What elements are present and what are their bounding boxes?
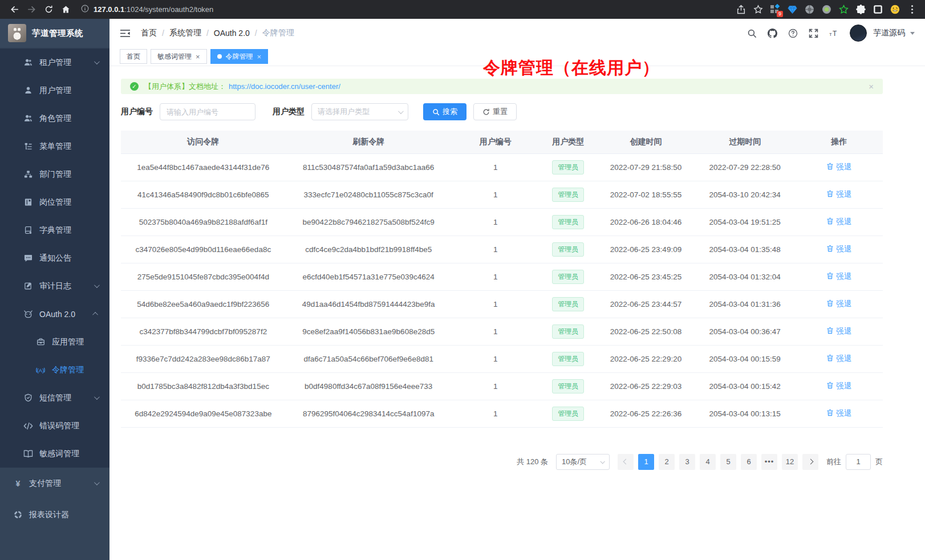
browser-menu-dots-icon[interactable] [907, 5, 917, 14]
sidebar-item-oauth2-app[interactable]: 应用管理 [0, 328, 109, 356]
sidebar-item-sms[interactable]: 短信管理 [0, 384, 109, 412]
user-name[interactable]: 芋道源码 [873, 28, 905, 38]
chevron-down-icon[interactable] [910, 32, 915, 37]
sidebar-item-menu[interactable]: 菜单管理 [0, 132, 109, 160]
force-logout-button[interactable]: 强退 [826, 326, 851, 336]
github-icon[interactable] [768, 29, 777, 38]
svg-text:T: T [829, 32, 832, 37]
user-type-cell: 管理员 [539, 208, 597, 236]
browser-forward-icon[interactable] [24, 2, 39, 17]
user-type-tag: 管理员 [552, 160, 584, 175]
extensions-icon[interactable]: 9 [770, 5, 780, 14]
tab-1[interactable]: 敏感词管理× [151, 49, 207, 64]
search-icon [432, 108, 440, 116]
page-button-6[interactable]: 6 [741, 454, 757, 470]
puzzle-extension-icon[interactable] [856, 5, 866, 14]
user-id-cell: 1 [452, 372, 539, 400]
force-logout-button[interactable]: 强退 [826, 354, 851, 364]
force-logout-button[interactable]: 强退 [826, 189, 851, 200]
page-button-4[interactable]: 4 [700, 454, 716, 470]
share-icon[interactable] [736, 5, 746, 14]
url-text: 127.0.0.1:1024/system/oauth2/token [94, 5, 213, 14]
total-count: 共 120 条 [517, 457, 548, 467]
sidebar-item-pay[interactable]: ¥支付管理 [0, 468, 109, 499]
fullscreen-icon[interactable] [809, 29, 818, 38]
app-logo[interactable]: 芋道管理系统 [0, 19, 109, 47]
sidebar-item-role[interactable]: 角色管理 [0, 104, 109, 132]
sidebar-item-tenant[interactable]: 租户管理 [0, 48, 109, 76]
gem-extension-icon[interactable] [788, 5, 797, 14]
expire-time-cell: 2054-03-10 20:42:34 [695, 181, 795, 208]
sidebar-item-oauth2-token[interactable]: (A)令牌管理 [0, 356, 109, 384]
record-extension-icon[interactable] [822, 5, 831, 14]
wheel-extension-icon[interactable] [805, 5, 814, 14]
site-info-icon[interactable] [81, 5, 89, 14]
reset-button[interactable]: 重置 [473, 103, 517, 120]
browser-reload-icon[interactable] [41, 2, 56, 17]
page-button-1[interactable]: 1 [638, 454, 654, 470]
page-size-select[interactable]: 10条/页 [556, 454, 610, 470]
bookmark-star-icon[interactable] [753, 5, 763, 14]
force-logout-button[interactable]: 强退 [826, 244, 851, 254]
next-page-button[interactable] [802, 454, 818, 470]
sidebar-item-dict[interactable]: 字典管理 [0, 216, 109, 244]
browser-back-icon[interactable] [7, 2, 22, 17]
tab-0[interactable]: 首页 [120, 49, 147, 64]
top-navbar: 首页/系统管理/OAuth 2.0/令牌管理 TT 芋道源码 [109, 19, 925, 47]
font-size-icon[interactable]: TT [829, 29, 839, 38]
access-token-cell: 1ea5e44f8bc1467aaede43144f31de76 [121, 153, 286, 181]
search-icon[interactable] [747, 29, 757, 38]
emoji-profile-icon[interactable] [890, 5, 900, 14]
page-button-3[interactable]: 3 [679, 454, 695, 470]
breadcrumb-item[interactable]: 系统管理 [169, 28, 201, 38]
green-star-extension-icon[interactable] [839, 5, 849, 14]
collapse-sidebar-icon[interactable] [120, 29, 131, 38]
page-button-12[interactable]: 12 [782, 454, 798, 470]
page-button-5[interactable]: 5 [720, 454, 736, 470]
access-token-cell: 54d6be82ee5a460a9aedc1f9bf223656 [121, 290, 286, 318]
refresh-token-cell: 333ecfc71e02480cb11055c875c3ca0f [286, 181, 452, 208]
user-avatar[interactable] [850, 25, 867, 42]
tab-close-icon[interactable]: × [257, 53, 262, 60]
sidebar-item-label: 岗位管理 [39, 197, 71, 208]
browser-home-icon[interactable] [58, 2, 73, 17]
tab-2[interactable]: 令牌管理× [210, 49, 269, 64]
sidebar-item-dept[interactable]: 部门管理 [0, 160, 109, 188]
force-logout-button[interactable]: 强退 [826, 408, 851, 419]
address-bar[interactable]: 127.0.0.1:1024/system/oauth2/token [81, 5, 734, 14]
user-type-select[interactable]: 请选择用户类型 [311, 103, 408, 120]
audit-log-icon [23, 282, 33, 290]
sidebar-item-errcode[interactable]: 错误码管理 [0, 412, 109, 440]
action-cell: 强退 [795, 290, 883, 318]
sidebar-item-post[interactable]: 岗位管理 [0, 188, 109, 216]
breadcrumb-item[interactable]: OAuth 2.0 [214, 29, 250, 38]
page-ellipsis[interactable]: ••• [761, 454, 777, 470]
sidebar-item-oauth2[interactable]: OAuth 2.0 [0, 300, 109, 328]
force-logout-button[interactable]: 强退 [826, 299, 851, 309]
user-id-input[interactable] [160, 103, 255, 120]
doc-link[interactable]: https://doc.iocoder.cn/user-center/ [229, 82, 340, 91]
goto-page-input[interactable] [846, 454, 871, 470]
sidebar-item-audit-log[interactable]: 审计日志 [0, 272, 109, 300]
force-logout-button[interactable]: 强退 [826, 271, 851, 282]
force-logout-button[interactable]: 强退 [826, 217, 851, 227]
force-logout-button[interactable]: 强退 [826, 162, 851, 172]
breadcrumb-item[interactable]: 首页 [141, 28, 157, 38]
tab-close-icon[interactable]: × [196, 53, 200, 60]
expire-time-cell: 2054-03-04 01:32:04 [695, 263, 795, 290]
action-cell: 强退 [795, 263, 883, 290]
col-user-type: 用户类型 [539, 131, 597, 153]
sidebar-item-report[interactable]: 报表设计器 [0, 499, 109, 530]
sidebar-item-notice[interactable]: 通知公告 [0, 244, 109, 272]
page-button-2[interactable]: 2 [659, 454, 675, 470]
sidebar-item-user[interactable]: 用户管理 [0, 76, 109, 104]
breadcrumb-separator: / [250, 29, 262, 38]
help-icon[interactable] [788, 29, 798, 38]
alert-close-icon[interactable]: × [869, 82, 874, 91]
force-logout-button[interactable]: 强退 [826, 381, 851, 391]
search-button[interactable]: 搜索 [423, 103, 466, 120]
trash-icon [826, 409, 834, 418]
prev-page-button[interactable] [618, 454, 634, 470]
sidebar-item-sensitive[interactable]: 敏感词管理 [0, 440, 109, 468]
window-icon[interactable] [873, 5, 883, 14]
